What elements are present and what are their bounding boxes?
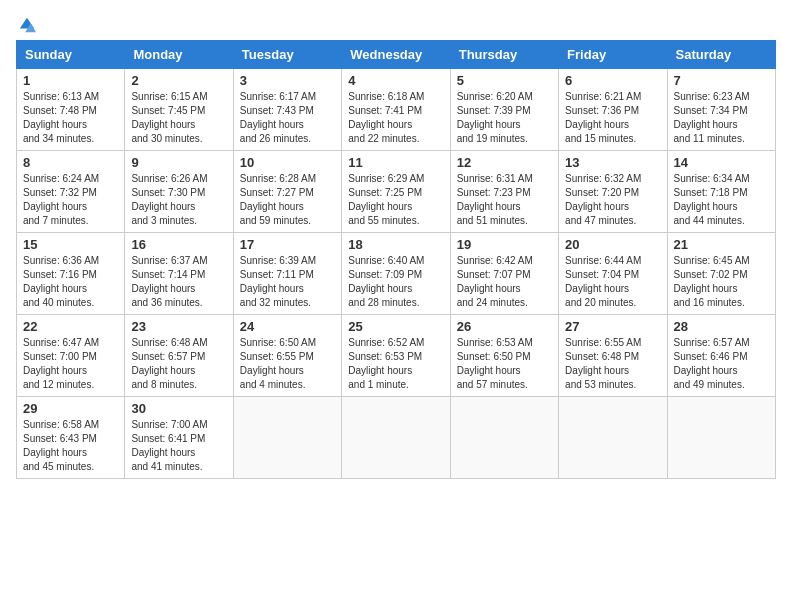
day-number: 16 xyxy=(131,237,226,252)
calendar-cell: 7Sunrise: 6:23 AMSunset: 7:34 PMDaylight… xyxy=(667,69,775,151)
calendar-cell: 1Sunrise: 6:13 AMSunset: 7:48 PMDaylight… xyxy=(17,69,125,151)
calendar-cell xyxy=(667,397,775,479)
day-number: 15 xyxy=(23,237,118,252)
calendar-cell: 9Sunrise: 6:26 AMSunset: 7:30 PMDaylight… xyxy=(125,151,233,233)
calendar-cell: 21Sunrise: 6:45 AMSunset: 7:02 PMDayligh… xyxy=(667,233,775,315)
day-info: Sunrise: 6:58 AMSunset: 6:43 PMDaylight … xyxy=(23,418,118,474)
day-info: Sunrise: 6:36 AMSunset: 7:16 PMDaylight … xyxy=(23,254,118,310)
day-number: 23 xyxy=(131,319,226,334)
day-info: Sunrise: 6:15 AMSunset: 7:45 PMDaylight … xyxy=(131,90,226,146)
calendar-cell: 4Sunrise: 6:18 AMSunset: 7:41 PMDaylight… xyxy=(342,69,450,151)
day-info: Sunrise: 6:18 AMSunset: 7:41 PMDaylight … xyxy=(348,90,443,146)
calendar-header-row: SundayMondayTuesdayWednesdayThursdayFrid… xyxy=(17,41,776,69)
calendar-cell: 16Sunrise: 6:37 AMSunset: 7:14 PMDayligh… xyxy=(125,233,233,315)
calendar-cell: 12Sunrise: 6:31 AMSunset: 7:23 PMDayligh… xyxy=(450,151,558,233)
header-day: Saturday xyxy=(667,41,775,69)
header xyxy=(16,16,776,30)
day-info: Sunrise: 6:28 AMSunset: 7:27 PMDaylight … xyxy=(240,172,335,228)
day-number: 3 xyxy=(240,73,335,88)
day-info: Sunrise: 6:53 AMSunset: 6:50 PMDaylight … xyxy=(457,336,552,392)
day-info: Sunrise: 6:13 AMSunset: 7:48 PMDaylight … xyxy=(23,90,118,146)
day-info: Sunrise: 6:45 AMSunset: 7:02 PMDaylight … xyxy=(674,254,769,310)
day-number: 1 xyxy=(23,73,118,88)
calendar-week-row: 1Sunrise: 6:13 AMSunset: 7:48 PMDaylight… xyxy=(17,69,776,151)
day-number: 12 xyxy=(457,155,552,170)
calendar-cell: 14Sunrise: 6:34 AMSunset: 7:18 PMDayligh… xyxy=(667,151,775,233)
header-day: Monday xyxy=(125,41,233,69)
day-number: 27 xyxy=(565,319,660,334)
calendar-cell: 24Sunrise: 6:50 AMSunset: 6:55 PMDayligh… xyxy=(233,315,341,397)
day-number: 5 xyxy=(457,73,552,88)
day-info: Sunrise: 6:44 AMSunset: 7:04 PMDaylight … xyxy=(565,254,660,310)
day-number: 30 xyxy=(131,401,226,416)
calendar-cell: 15Sunrise: 6:36 AMSunset: 7:16 PMDayligh… xyxy=(17,233,125,315)
day-number: 10 xyxy=(240,155,335,170)
calendar-cell: 2Sunrise: 6:15 AMSunset: 7:45 PMDaylight… xyxy=(125,69,233,151)
calendar-cell: 19Sunrise: 6:42 AMSunset: 7:07 PMDayligh… xyxy=(450,233,558,315)
logo xyxy=(16,16,36,30)
day-info: Sunrise: 6:48 AMSunset: 6:57 PMDaylight … xyxy=(131,336,226,392)
calendar-cell: 8Sunrise: 6:24 AMSunset: 7:32 PMDaylight… xyxy=(17,151,125,233)
calendar-cell: 3Sunrise: 6:17 AMSunset: 7:43 PMDaylight… xyxy=(233,69,341,151)
day-info: Sunrise: 6:20 AMSunset: 7:39 PMDaylight … xyxy=(457,90,552,146)
day-info: Sunrise: 6:32 AMSunset: 7:20 PMDaylight … xyxy=(565,172,660,228)
calendar-cell: 18Sunrise: 6:40 AMSunset: 7:09 PMDayligh… xyxy=(342,233,450,315)
day-info: Sunrise: 6:29 AMSunset: 7:25 PMDaylight … xyxy=(348,172,443,228)
calendar-cell: 30Sunrise: 7:00 AMSunset: 6:41 PMDayligh… xyxy=(125,397,233,479)
day-number: 14 xyxy=(674,155,769,170)
day-number: 19 xyxy=(457,237,552,252)
day-number: 17 xyxy=(240,237,335,252)
day-number: 4 xyxy=(348,73,443,88)
calendar-cell: 25Sunrise: 6:52 AMSunset: 6:53 PMDayligh… xyxy=(342,315,450,397)
calendar-cell xyxy=(559,397,667,479)
day-info: Sunrise: 6:37 AMSunset: 7:14 PMDaylight … xyxy=(131,254,226,310)
calendar-cell: 5Sunrise: 6:20 AMSunset: 7:39 PMDaylight… xyxy=(450,69,558,151)
calendar-week-row: 29Sunrise: 6:58 AMSunset: 6:43 PMDayligh… xyxy=(17,397,776,479)
header-day: Wednesday xyxy=(342,41,450,69)
calendar-week-row: 22Sunrise: 6:47 AMSunset: 7:00 PMDayligh… xyxy=(17,315,776,397)
day-info: Sunrise: 6:57 AMSunset: 6:46 PMDaylight … xyxy=(674,336,769,392)
day-number: 18 xyxy=(348,237,443,252)
calendar: SundayMondayTuesdayWednesdayThursdayFrid… xyxy=(16,40,776,479)
header-day: Sunday xyxy=(17,41,125,69)
calendar-cell: 22Sunrise: 6:47 AMSunset: 7:00 PMDayligh… xyxy=(17,315,125,397)
calendar-week-row: 15Sunrise: 6:36 AMSunset: 7:16 PMDayligh… xyxy=(17,233,776,315)
calendar-week-row: 8Sunrise: 6:24 AMSunset: 7:32 PMDaylight… xyxy=(17,151,776,233)
day-info: Sunrise: 6:17 AMSunset: 7:43 PMDaylight … xyxy=(240,90,335,146)
day-info: Sunrise: 6:52 AMSunset: 6:53 PMDaylight … xyxy=(348,336,443,392)
day-info: Sunrise: 6:21 AMSunset: 7:36 PMDaylight … xyxy=(565,90,660,146)
day-number: 9 xyxy=(131,155,226,170)
day-number: 28 xyxy=(674,319,769,334)
calendar-cell: 13Sunrise: 6:32 AMSunset: 7:20 PMDayligh… xyxy=(559,151,667,233)
calendar-cell xyxy=(233,397,341,479)
day-info: Sunrise: 6:34 AMSunset: 7:18 PMDaylight … xyxy=(674,172,769,228)
calendar-cell: 23Sunrise: 6:48 AMSunset: 6:57 PMDayligh… xyxy=(125,315,233,397)
day-number: 6 xyxy=(565,73,660,88)
day-number: 2 xyxy=(131,73,226,88)
day-number: 7 xyxy=(674,73,769,88)
day-info: Sunrise: 6:50 AMSunset: 6:55 PMDaylight … xyxy=(240,336,335,392)
day-number: 20 xyxy=(565,237,660,252)
calendar-cell xyxy=(342,397,450,479)
day-info: Sunrise: 6:31 AMSunset: 7:23 PMDaylight … xyxy=(457,172,552,228)
calendar-cell: 10Sunrise: 6:28 AMSunset: 7:27 PMDayligh… xyxy=(233,151,341,233)
day-number: 8 xyxy=(23,155,118,170)
calendar-cell: 17Sunrise: 6:39 AMSunset: 7:11 PMDayligh… xyxy=(233,233,341,315)
calendar-cell: 11Sunrise: 6:29 AMSunset: 7:25 PMDayligh… xyxy=(342,151,450,233)
day-info: Sunrise: 6:55 AMSunset: 6:48 PMDaylight … xyxy=(565,336,660,392)
calendar-cell: 20Sunrise: 6:44 AMSunset: 7:04 PMDayligh… xyxy=(559,233,667,315)
day-info: Sunrise: 6:24 AMSunset: 7:32 PMDaylight … xyxy=(23,172,118,228)
day-number: 29 xyxy=(23,401,118,416)
header-day: Tuesday xyxy=(233,41,341,69)
day-info: Sunrise: 6:40 AMSunset: 7:09 PMDaylight … xyxy=(348,254,443,310)
day-number: 24 xyxy=(240,319,335,334)
calendar-cell: 26Sunrise: 6:53 AMSunset: 6:50 PMDayligh… xyxy=(450,315,558,397)
header-day: Thursday xyxy=(450,41,558,69)
calendar-cell: 29Sunrise: 6:58 AMSunset: 6:43 PMDayligh… xyxy=(17,397,125,479)
day-number: 13 xyxy=(565,155,660,170)
day-info: Sunrise: 6:47 AMSunset: 7:00 PMDaylight … xyxy=(23,336,118,392)
day-info: Sunrise: 6:39 AMSunset: 7:11 PMDaylight … xyxy=(240,254,335,310)
day-number: 11 xyxy=(348,155,443,170)
day-info: Sunrise: 6:26 AMSunset: 7:30 PMDaylight … xyxy=(131,172,226,228)
logo-icon xyxy=(18,16,36,34)
